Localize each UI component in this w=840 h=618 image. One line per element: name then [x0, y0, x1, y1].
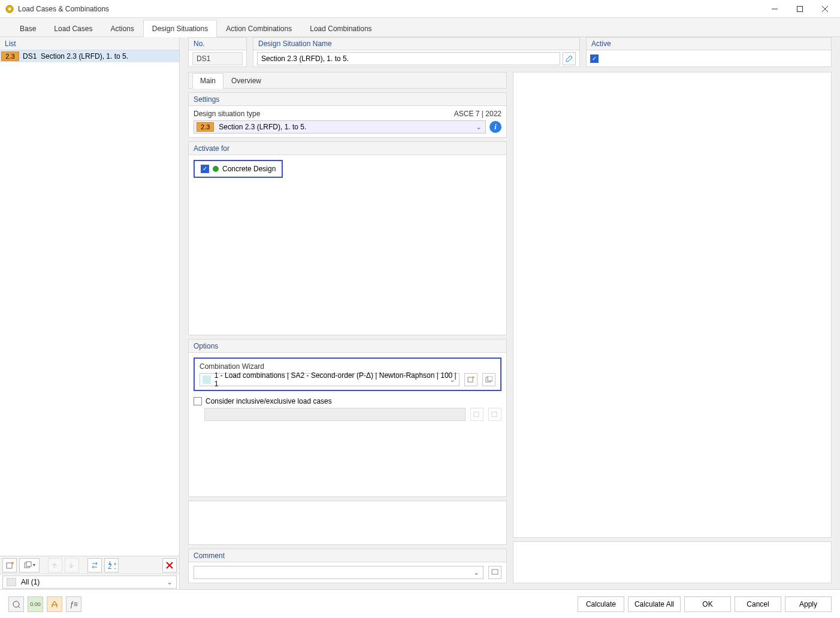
comment-group: Comment ⌄: [188, 549, 507, 583]
name-input[interactable]: Section 2.3 (LRFD), 1. to 5.: [257, 52, 560, 65]
calculate-button[interactable]: Calculate: [578, 596, 624, 612]
list-filter-dropdown[interactable]: All (1) ⌄: [2, 575, 177, 589]
consider-exclusive-label: Consider inclusive/exclusive load cases: [206, 397, 332, 405]
activate-group: Activate for Concrete Design: [188, 141, 507, 335]
wizard-swatch-icon: [203, 375, 211, 384]
wizard-new-button[interactable]: [464, 373, 478, 386]
status-dot-icon: [213, 166, 219, 172]
wizard-edit-button[interactable]: [482, 373, 495, 386]
edit-name-button[interactable]: [563, 52, 576, 65]
situation-type-dropdown[interactable]: 2.3 Section 2.3 (LRFD), 1. to 5. ⌄: [194, 120, 486, 134]
close-button[interactable]: [812, 1, 838, 17]
tab-design-situations[interactable]: Design Situations: [143, 20, 217, 37]
list-row-badge: 2.3: [1, 51, 19, 61]
tab-load-combinations[interactable]: Load Combinations: [301, 20, 380, 37]
filter-label: All (1): [21, 578, 40, 586]
activate-header: Activate for: [189, 142, 506, 155]
comment-header: Comment: [189, 549, 506, 562]
delete-button[interactable]: [162, 558, 177, 572]
swap-button[interactable]: [87, 558, 102, 572]
units-button[interactable]: 0.00: [28, 596, 43, 612]
sub-tabs: Main Overview: [188, 72, 507, 89]
filter-swatch-icon: [7, 578, 16, 586]
wizard-dropdown[interactable]: 1 - Load combinations | SA2 - Second-ord…: [200, 373, 460, 386]
svg-line-20: [18, 606, 20, 608]
info-button[interactable]: i: [490, 121, 501, 133]
wizard-value: 1 - Load combinations | SA2 - Second-ord…: [214, 371, 457, 388]
svg-text:2 1: 2 1: [108, 562, 116, 569]
options-group: Options Combination Wizard 1 - Load comb…: [188, 339, 507, 497]
exclusive-edit-button: [488, 408, 501, 421]
settings-group: Settings Design situation type ASCE 7 | …: [188, 92, 507, 138]
info-box: [513, 541, 832, 583]
calculate-all-button[interactable]: Calculate All: [628, 596, 681, 612]
svg-rect-18: [492, 569, 498, 574]
options-header: Options: [189, 340, 506, 353]
svg-rect-1: [8, 8, 11, 10]
list-body: 2.3 DS1 Section 2.3 (LRFD), 1. to 5.: [0, 50, 179, 556]
renumber-button[interactable]: 1 22 1: [104, 558, 119, 572]
structure-button[interactable]: [47, 596, 62, 612]
dd-badge: 2.3: [197, 122, 214, 132]
tab-action-combinations[interactable]: Action Combinations: [217, 20, 301, 37]
subtab-overview[interactable]: Overview: [223, 73, 269, 88]
svg-rect-16: [474, 412, 479, 417]
svg-rect-3: [797, 6, 803, 11]
svg-rect-17: [492, 412, 497, 417]
apply-button[interactable]: Apply: [785, 596, 832, 612]
comment-dropdown[interactable]: ⌄: [194, 566, 484, 579]
consider-exclusive-checkbox[interactable]: [194, 397, 202, 405]
function-button[interactable]: ƒ≡: [66, 596, 81, 612]
chevron-down-icon: ⌄: [449, 375, 455, 384]
standard-label: ASCE 7 | 2022: [454, 110, 501, 118]
list-filter-row: All (1) ⌄: [0, 574, 179, 589]
name-header: Design Situation Name: [253, 37, 580, 50]
concrete-design-option[interactable]: Concrete Design: [194, 160, 283, 178]
list-header: List: [0, 37, 179, 50]
tool-button-1[interactable]: [48, 558, 62, 572]
cancel-button[interactable]: Cancel: [735, 596, 781, 612]
preview-box: [513, 72, 832, 538]
wizard-label: Combination Wizard: [200, 362, 495, 371]
svg-rect-15: [488, 376, 492, 381]
svg-rect-13: [468, 377, 473, 382]
no-header: No.: [188, 37, 247, 50]
svg-rect-8: [26, 562, 31, 566]
titlebar: Load Cases & Combinations: [0, 0, 840, 18]
main-tabs: Base Load Cases Actions Design Situation…: [0, 18, 840, 37]
tab-actions[interactable]: Actions: [101, 20, 143, 37]
no-field: DS1: [192, 52, 243, 65]
subtab-main[interactable]: Main: [192, 73, 223, 89]
maximize-button[interactable]: [787, 1, 812, 17]
svg-rect-6: [7, 563, 12, 568]
concrete-label: Concrete Design: [222, 165, 276, 173]
comment-button[interactable]: [488, 566, 501, 579]
chevron-down-icon: ⌄: [476, 123, 482, 131]
list-toolbar: ▾ 1 22 1: [0, 556, 179, 574]
combination-wizard-box: Combination Wizard 1 - Load combinations…: [194, 358, 501, 391]
copy-item-button[interactable]: ▾: [19, 558, 40, 572]
tool-button-2[interactable]: [65, 558, 79, 572]
new-item-button[interactable]: [2, 558, 17, 572]
settings-header: Settings: [189, 93, 506, 106]
blank-group: [188, 501, 507, 545]
active-header: Active: [586, 37, 832, 50]
help-button[interactable]: [8, 596, 24, 612]
tab-load-cases[interactable]: Load Cases: [45, 20, 101, 37]
exclusive-disabled-field: [204, 408, 466, 421]
chevron-down-icon: ⌄: [473, 568, 479, 577]
concrete-checkbox[interactable]: [201, 165, 209, 173]
ok-button[interactable]: OK: [684, 596, 731, 612]
type-label: Design situation type: [194, 110, 260, 118]
minimize-button[interactable]: [762, 1, 787, 17]
dd-text: Section 2.3 (LRFD), 1. to 5.: [219, 123, 306, 131]
window-title: Load Cases & Combinations: [18, 5, 762, 13]
active-checkbox[interactable]: [590, 54, 599, 63]
app-icon: [5, 4, 14, 14]
right-panel: No. DS1 Design Situation Name Section 2.…: [180, 37, 840, 589]
chevron-down-icon: ⌄: [167, 578, 173, 586]
left-panel: List 2.3 DS1 Section 2.3 (LRFD), 1. to 5…: [0, 37, 180, 589]
footer: 0.00 ƒ≡ Calculate Calculate All OK Cance…: [0, 589, 840, 618]
list-row[interactable]: 2.3 DS1 Section 2.3 (LRFD), 1. to 5.: [0, 50, 179, 62]
tab-base[interactable]: Base: [11, 20, 45, 37]
